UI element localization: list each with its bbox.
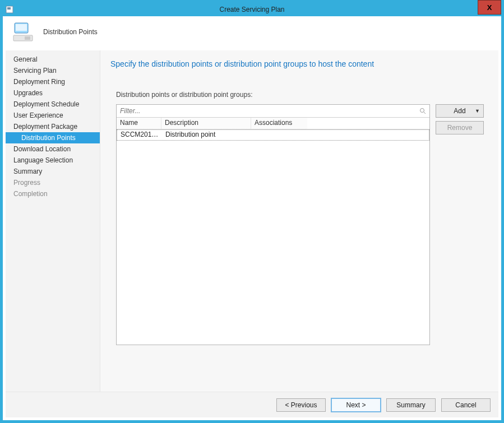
wizard-window: Create Servicing Plan X Distribution Poi… [0, 0, 504, 423]
content-row: Name Description Associations SCCM2012..… [110, 104, 488, 345]
close-button[interactable]: X [478, 0, 501, 15]
col-description[interactable]: Description [161, 118, 251, 129]
wizard-main: Specify the distribution points or distr… [100, 50, 498, 392]
close-icon: X [487, 3, 492, 12]
previous-button[interactable]: < Previous [276, 398, 326, 412]
cancel-button[interactable]: Cancel [441, 398, 491, 412]
svg-line-7 [424, 112, 426, 114]
sidebar-item-deployment-package[interactable]: Deployment Package [6, 121, 100, 132]
summary-button[interactable]: Summary [386, 398, 436, 412]
sidebar-item-deployment-ring[interactable]: Deployment Ring [6, 76, 100, 87]
page-title: Distribution Points [43, 28, 98, 36]
main-heading: Specify the distribution points or distr… [110, 59, 488, 68]
col-name[interactable]: Name [117, 118, 161, 129]
remove-button-label: Remove [447, 124, 473, 132]
cell-name: SCCM2012.... [117, 130, 162, 140]
title-bar: Create Servicing Plan X [3, 3, 501, 16]
col-associations[interactable]: Associations [251, 118, 307, 129]
sidebar-item-user-experience[interactable]: User Experience [6, 110, 100, 121]
wizard-header: Distribution Points [3, 16, 501, 48]
sidebar-item-language-selection[interactable]: Language Selection [6, 155, 100, 166]
wizard-body: General Servicing Plan Deployment Ring U… [6, 50, 498, 392]
next-button[interactable]: Next > [331, 398, 381, 412]
sidebar-item-progress: Progress [6, 177, 100, 188]
remove-button: Remove [436, 121, 484, 134]
wizard-sidebar: General Servicing Plan Deployment Ring U… [6, 50, 100, 392]
wizard-footer: < Previous Next > Summary Cancel [6, 392, 498, 417]
svg-rect-3 [16, 24, 27, 31]
app-icon [5, 5, 14, 14]
sidebar-item-download-location[interactable]: Download Location [6, 143, 100, 155]
window-title: Create Servicing Plan [3, 6, 501, 13]
sidebar-item-general[interactable]: General [6, 54, 100, 65]
filter-input[interactable] [119, 106, 418, 115]
sidebar-item-servicing-plan[interactable]: Servicing Plan [6, 65, 100, 76]
add-button[interactable]: Add ▼ [436, 104, 484, 118]
cell-associations [252, 130, 308, 140]
svg-rect-1 [7, 7, 11, 10]
cell-description: Distribution point [162, 130, 252, 140]
svg-rect-5 [25, 36, 30, 40]
computer-icon [10, 18, 38, 46]
sidebar-item-distribution-points[interactable]: Distribution Points [6, 132, 100, 143]
filter-row [117, 105, 429, 118]
sidebar-item-upgrades[interactable]: Upgrades [6, 87, 100, 99]
distribution-points-list: Name Description Associations SCCM2012..… [116, 104, 430, 345]
svg-point-6 [420, 109, 424, 113]
search-icon[interactable] [418, 106, 427, 115]
side-buttons: Add ▼ Remove [436, 104, 484, 134]
sidebar-item-summary[interactable]: Summary [6, 166, 100, 177]
list-label: Distribution points or distribution poin… [110, 91, 488, 99]
chevron-down-icon: ▼ [475, 108, 480, 114]
sidebar-item-completion: Completion [6, 188, 100, 199]
sidebar-item-deployment-schedule[interactable]: Deployment Schedule [6, 99, 100, 110]
add-button-label: Add [454, 107, 465, 115]
table-row[interactable]: SCCM2012.... Distribution point [117, 129, 429, 141]
column-headers: Name Description Associations [117, 118, 429, 129]
